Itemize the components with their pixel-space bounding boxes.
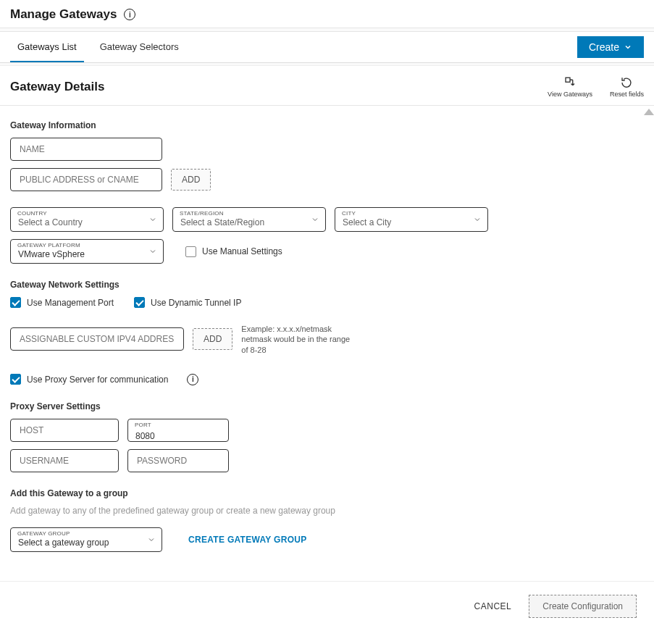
chevron-down-icon <box>147 535 156 544</box>
ipv4-hint: Example: x.x.x.x/netmask netmask would b… <box>241 324 357 355</box>
create-gateway-group-link[interactable]: CREATE GATEWAY GROUP <box>188 535 307 545</box>
view-gateways-action[interactable]: View Gateways <box>548 76 592 98</box>
chevron-down-icon <box>624 43 632 51</box>
tab-gateways-list[interactable]: Gateways List <box>10 33 84 62</box>
country-select[interactable]: COUNTRY Select a Country <box>10 207 164 232</box>
port-field[interactable]: PORT 8080 <box>127 419 229 442</box>
footer: CANCEL Create Configuration <box>0 581 654 632</box>
info-icon[interactable]: i <box>124 9 135 20</box>
platform-select[interactable]: GATEWAY PLATFORM VMware vSphere <box>10 239 164 264</box>
username-field[interactable] <box>10 449 119 472</box>
ipv4-input[interactable] <box>18 333 176 345</box>
password-field[interactable] <box>127 449 229 472</box>
view-gateways-icon <box>563 76 577 89</box>
gateway-group-select[interactable]: GATEWAY GROUP Select a gateway group <box>10 527 162 552</box>
public-address-field[interactable] <box>10 168 162 191</box>
host-field[interactable] <box>10 419 119 442</box>
port-value: 8080 <box>135 431 155 441</box>
name-input[interactable] <box>18 143 154 155</box>
add-address-button[interactable]: ADD <box>171 169 211 191</box>
use-proxy-label: Use Proxy Server for communication <box>27 375 168 385</box>
chevron-down-icon <box>473 215 482 224</box>
details-title: Gateway Details <box>10 80 104 94</box>
section-proxy-settings: Proxy Server Settings <box>10 401 644 411</box>
use-proxy-checkbox[interactable] <box>10 374 21 385</box>
section-gateway-information: Gateway Information <box>10 120 644 130</box>
svg-rect-0 <box>566 78 570 82</box>
manual-settings-label: Use Manual Settings <box>202 246 282 256</box>
chevron-down-icon <box>148 215 157 224</box>
info-icon[interactable]: i <box>187 374 198 385</box>
details-header: Gateway Details View Gateways Reset fiel… <box>0 66 654 106</box>
use-dyn-tunnel-label: Use Dynamic Tunnel IP <box>151 298 241 308</box>
public-address-input[interactable] <box>18 174 154 185</box>
use-dyn-tunnel-checkbox[interactable] <box>134 297 145 308</box>
manual-settings-checkbox[interactable] <box>185 246 196 257</box>
create-button-label: Create <box>589 41 619 53</box>
use-mgmt-port-checkbox[interactable] <box>10 297 21 308</box>
page-header: Manage Gateways i <box>0 0 654 28</box>
use-mgmt-port-label: Use Management Port <box>27 298 114 308</box>
section-network-settings: Gateway Network Settings <box>10 280 644 290</box>
create-configuration-button[interactable]: Create Configuration <box>529 595 637 618</box>
create-button[interactable]: Create <box>577 36 644 58</box>
section-group-desc: Add gateway to any of the predefined gat… <box>10 506 644 516</box>
city-select[interactable]: CITY Select a City <box>335 207 488 232</box>
tab-gateway-selectors[interactable]: Gateway Selectors <box>93 33 186 62</box>
tabs-bar: Gateways List Gateway Selectors Create <box>0 32 654 63</box>
section-group: Add this Gateway to a group <box>10 488 644 498</box>
page-title: Manage Gateways <box>10 7 117 22</box>
add-ipv4-button[interactable]: ADD <box>193 328 232 350</box>
name-field[interactable] <box>10 138 162 161</box>
password-input[interactable] <box>135 455 221 467</box>
username-input[interactable] <box>18 455 111 467</box>
chevron-down-icon <box>311 215 319 224</box>
chevron-down-icon <box>148 247 157 256</box>
host-input[interactable] <box>18 425 111 436</box>
cancel-button[interactable]: CANCEL <box>470 601 516 612</box>
ipv4-field[interactable] <box>10 327 184 351</box>
state-select[interactable]: STATE/REGION Select a State/Region <box>172 207 326 232</box>
reset-icon <box>620 76 633 89</box>
reset-fields-action[interactable]: Reset fields <box>610 76 644 98</box>
